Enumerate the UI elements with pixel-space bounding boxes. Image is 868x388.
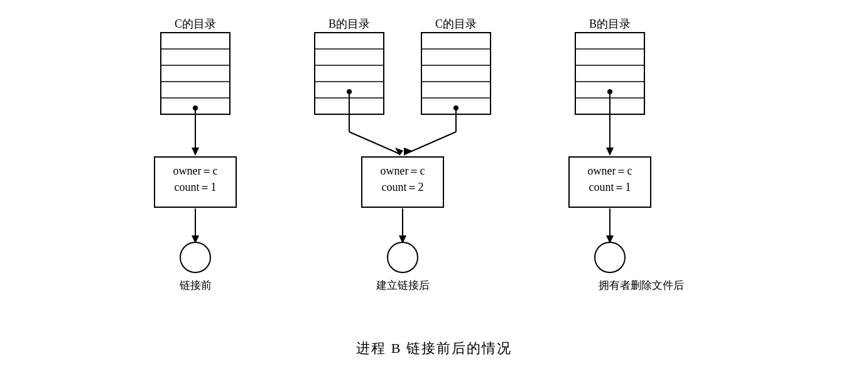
inode-count-3: count＝1	[589, 181, 631, 193]
dir-label-1: C的目录	[175, 18, 216, 30]
caption-1: 链接前	[179, 279, 212, 291]
scenario-1: C的目录 owner＝c count＝1	[139, 13, 252, 320]
diagrams-row: C的目录 owner＝c count＝1	[0, 13, 868, 320]
svg-point-33	[388, 242, 418, 272]
dir-label-b2: B的目录	[328, 18, 370, 30]
svg-marker-7	[192, 148, 199, 156]
svg-point-17	[347, 89, 352, 94]
svg-point-11	[180, 242, 210, 272]
bottom-caption: 进程 B 链接前后的情况	[356, 339, 512, 358]
inode-count-2: count＝2	[382, 181, 424, 193]
svg-line-26	[349, 132, 399, 154]
svg-point-23	[453, 105, 458, 110]
scenario-2: B的目录 C的目录	[302, 13, 503, 320]
svg-line-29	[406, 132, 456, 154]
scenario-3-svg: B的目录 owner＝c count＝1	[553, 13, 729, 320]
main-container: C的目录 owner＝c count＝1	[0, 0, 868, 388]
inode-count-1: count＝1	[175, 181, 217, 193]
svg-point-5	[193, 105, 198, 110]
svg-marker-41	[606, 148, 614, 156]
scenario-3: B的目录 owner＝c count＝1	[553, 13, 729, 320]
svg-point-45	[595, 242, 625, 272]
svg-point-39	[607, 89, 612, 94]
caption-3: 拥有者删除文件后	[599, 279, 684, 291]
inode-owner-2: owner＝c	[381, 164, 425, 177]
svg-marker-27	[395, 148, 403, 156]
scenario-1-svg: C的目录 owner＝c count＝1	[139, 13, 252, 320]
caption-2: 建立链接后	[376, 279, 430, 291]
inode-owner-3: owner＝c	[588, 164, 632, 177]
svg-rect-18	[421, 33, 491, 114]
dir-label-c2: C的目录	[435, 18, 477, 30]
dir-label-b3: B的目录	[589, 18, 631, 30]
svg-rect-0	[161, 33, 230, 114]
inode-owner-1: owner＝c	[173, 164, 218, 177]
scenario-2-svg: B的目录 C的目录	[302, 13, 503, 320]
